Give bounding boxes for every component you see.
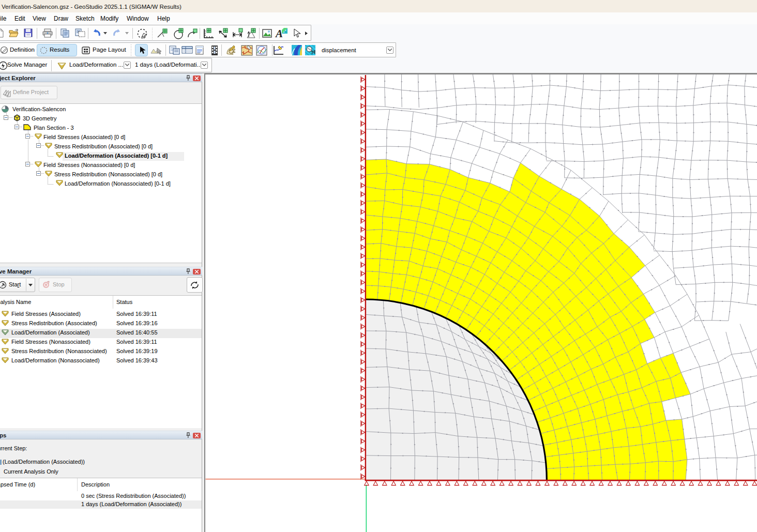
svg-text:76: 76 <box>310 49 315 55</box>
